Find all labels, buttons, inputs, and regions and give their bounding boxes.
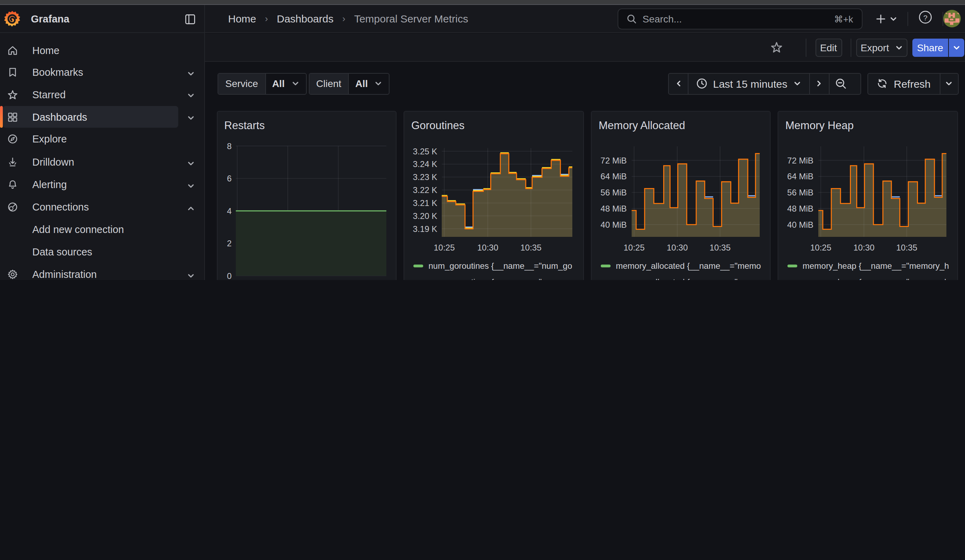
svg-text:10:25: 10:25 bbox=[434, 243, 455, 252]
svg-text:10:35: 10:35 bbox=[710, 243, 731, 252]
svg-text:2: 2 bbox=[227, 238, 231, 248]
svg-text:56 MiB: 56 MiB bbox=[787, 188, 813, 197]
svg-text:6: 6 bbox=[227, 174, 231, 183]
svg-text:10:25: 10:25 bbox=[810, 243, 831, 252]
svg-text:10:30: 10:30 bbox=[854, 243, 875, 252]
svg-text:56 MiB: 56 MiB bbox=[600, 188, 627, 197]
svg-text:64 MiB: 64 MiB bbox=[787, 171, 813, 181]
svg-text:40 MiB: 40 MiB bbox=[600, 220, 627, 230]
svg-text:4: 4 bbox=[227, 206, 231, 216]
svg-text:10:35: 10:35 bbox=[896, 243, 917, 252]
svg-text:3.20 K: 3.20 K bbox=[413, 211, 437, 221]
svg-text:48 MiB: 48 MiB bbox=[787, 204, 813, 213]
svg-text:10:35: 10:35 bbox=[520, 243, 541, 252]
svg-text:64 MiB: 64 MiB bbox=[600, 171, 627, 181]
svg-text:3.21 K: 3.21 K bbox=[413, 198, 437, 208]
svg-text:72 MiB: 72 MiB bbox=[600, 156, 627, 165]
svg-text:?: ? bbox=[923, 14, 927, 22]
svg-text:48 MiB: 48 MiB bbox=[600, 204, 627, 213]
svg-text:3.22 K: 3.22 K bbox=[413, 185, 437, 195]
svg-text:3.24 K: 3.24 K bbox=[413, 159, 437, 169]
svg-text:72 MiB: 72 MiB bbox=[787, 156, 813, 165]
svg-text:10:30: 10:30 bbox=[477, 243, 498, 252]
svg-text:10:25: 10:25 bbox=[623, 243, 644, 252]
svg-text:3.19 K: 3.19 K bbox=[413, 224, 437, 233]
svg-text:3.25 K: 3.25 K bbox=[413, 147, 437, 156]
svg-text:10:30: 10:30 bbox=[667, 243, 688, 252]
svg-text:3.23 K: 3.23 K bbox=[413, 172, 437, 182]
svg-text:40 MiB: 40 MiB bbox=[787, 220, 813, 230]
svg-text:0: 0 bbox=[227, 271, 231, 280]
svg-text:8: 8 bbox=[227, 141, 231, 151]
